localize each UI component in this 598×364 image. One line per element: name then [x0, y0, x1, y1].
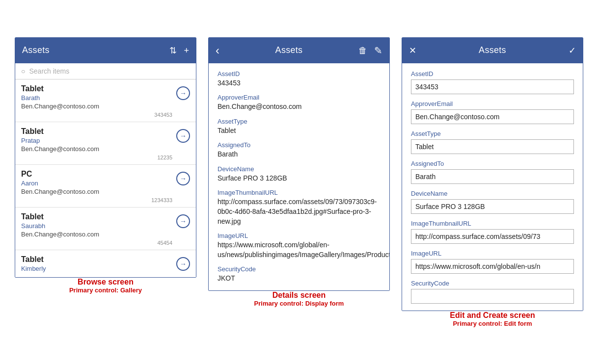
- field-label: AssignedTo: [217, 141, 381, 149]
- edit-caption-title: Edit and Create screen: [402, 311, 583, 320]
- list-item-person: Barath: [21, 94, 172, 102]
- list-item-person: Pratap: [21, 137, 172, 144]
- arrow-circle-icon[interactable]: →: [176, 172, 190, 185]
- list-item[interactable]: Tablet Barath Ben.Change@contoso.com 343…: [15, 79, 196, 122]
- details-screen: ‹ Assets 🗑 ✎ AssetID343453ApproverEmailB…: [208, 37, 390, 308]
- list-item-person: Saurabh: [21, 222, 172, 230]
- field-label: AssetID: [217, 70, 381, 78]
- list-item[interactable]: Tablet Kimberly →: [15, 250, 196, 277]
- details-caption: Details screen Primary control: Display …: [208, 291, 390, 307]
- edit-screen: ✕ Assets ✓ AssetIDApproverEmailAssetType…: [402, 37, 583, 327]
- browse-screen: Assets ⇅ + ○ Search items Tablet Barath …: [15, 37, 196, 294]
- close-icon[interactable]: ✕: [409, 46, 416, 55]
- arrow-circle-icon[interactable]: →: [176, 129, 190, 143]
- field-value: https://www.microsoft.com/global/en-us/n…: [217, 240, 381, 260]
- list-item-email: Ben.Change@contoso.com: [21, 103, 172, 110]
- details-title: Assets: [275, 45, 303, 55]
- list-item-right: →: [172, 84, 190, 100]
- field-label: ImageThumbnailURL: [217, 189, 381, 196]
- field-label: AssetType: [217, 118, 381, 125]
- list-item-content: Tablet Saurabh Ben.Change@contoso.com 45…: [21, 212, 172, 246]
- list-item-id: 343453: [21, 112, 172, 118]
- search-bar[interactable]: ○ Search items: [15, 63, 196, 79]
- list-item-email: Ben.Change@contoso.com: [21, 188, 172, 195]
- list-item-title: Tablet: [21, 212, 172, 221]
- list-item-email: Ben.Change@contoso.com: [21, 145, 172, 153]
- list-item-content: PC Aaron Ben.Change@contoso.com 1234333: [21, 170, 172, 203]
- list-item[interactable]: PC Aaron Ben.Change@contoso.com 1234333 …: [15, 165, 196, 208]
- check-icon[interactable]: ✓: [569, 46, 576, 55]
- list-item-email: Ben.Change@contoso.com: [21, 231, 172, 238]
- list-item-right: →: [172, 170, 190, 185]
- edit-caption-sub: Primary control: Edit form: [402, 320, 583, 327]
- delete-icon[interactable]: 🗑: [358, 46, 367, 55]
- browse-list: Tablet Barath Ben.Change@contoso.com 343…: [15, 79, 196, 277]
- edit-field-input[interactable]: [411, 199, 574, 214]
- edit-field-input[interactable]: [411, 79, 574, 94]
- field-label: ImageURL: [217, 232, 381, 239]
- field-value: Tablet: [217, 126, 381, 136]
- edit-field-label: ApproverEmail: [411, 100, 574, 107]
- edit-field-input[interactable]: [411, 259, 574, 274]
- edit-field-input[interactable]: [411, 229, 574, 244]
- edit-field-label: AssignedTo: [411, 160, 574, 167]
- edit-field-input[interactable]: [411, 289, 574, 304]
- field-value: Ben.Change@contoso.com: [217, 102, 381, 112]
- edit-body: AssetIDApproverEmailAssetTypeAssignedToD…: [402, 63, 583, 311]
- edit-caption: Edit and Create screen Primary control: …: [402, 311, 583, 327]
- details-caption-title: Details screen: [208, 291, 390, 300]
- list-item[interactable]: Tablet Pratap Ben.Change@contoso.com 122…: [15, 122, 196, 165]
- list-item-right: →: [172, 127, 190, 143]
- field-value: Barath: [217, 150, 381, 159]
- edit-title: Assets: [479, 45, 506, 55]
- list-item-id: 45454: [21, 240, 172, 246]
- details-caption-sub: Primary control: Display form: [208, 300, 390, 307]
- arrow-circle-icon[interactable]: →: [176, 257, 190, 271]
- field-value: JKOT: [217, 274, 381, 284]
- edit-field-label: ImageThumbnailURL: [411, 220, 574, 227]
- field-value: http://compass.surface.com/assets/09/73/…: [217, 197, 381, 226]
- list-item-id: 1234333: [21, 197, 172, 203]
- list-item-content: Tablet Barath Ben.Change@contoso.com 343…: [21, 84, 172, 118]
- list-item-id: 12235: [21, 155, 172, 160]
- edit-field-label: SecurityCode: [411, 280, 574, 287]
- browse-caption-sub: Primary control: Gallery: [15, 286, 196, 294]
- search-placeholder: Search items: [29, 67, 69, 75]
- list-item-content: Tablet Kimberly: [21, 255, 172, 273]
- list-item-right: →: [172, 255, 190, 271]
- field-label: SecurityCode: [217, 265, 381, 273]
- edit-field-input[interactable]: [411, 109, 574, 124]
- list-item-title: Tablet: [21, 127, 172, 136]
- field-value: 343453: [217, 78, 381, 88]
- arrow-circle-icon[interactable]: →: [176, 86, 190, 100]
- edit-icon[interactable]: ✎: [374, 46, 382, 55]
- search-icon: ○: [21, 67, 25, 75]
- field-label: ApproverEmail: [217, 94, 381, 101]
- list-item-person: Kimberly: [21, 265, 172, 272]
- list-item-title: Tablet: [21, 255, 172, 264]
- edit-field-label: AssetType: [411, 130, 574, 137]
- sort-icon[interactable]: ⇅: [169, 46, 177, 55]
- browse-caption: Browse screen Primary control: Gallery: [15, 278, 196, 294]
- list-item[interactable]: Tablet Saurabh Ben.Change@contoso.com 45…: [15, 208, 196, 250]
- field-value: Surface PRO 3 128GB: [217, 174, 381, 183]
- browse-header: Assets ⇅ +: [15, 38, 196, 63]
- add-icon[interactable]: +: [184, 46, 189, 55]
- list-item-title: Tablet: [21, 84, 172, 93]
- details-body: AssetID343453ApproverEmailBen.Change@con…: [209, 63, 389, 291]
- list-item-content: Tablet Pratap Ben.Change@contoso.com 122…: [21, 127, 172, 160]
- arrow-circle-icon[interactable]: →: [176, 214, 190, 228]
- browse-title: Assets: [22, 45, 50, 55]
- browse-caption-title: Browse screen: [15, 278, 196, 286]
- edit-field-label: ImageURL: [411, 250, 574, 257]
- edit-field-label: DeviceName: [411, 190, 574, 197]
- field-label: DeviceName: [217, 165, 381, 173]
- edit-field-input[interactable]: [411, 169, 574, 184]
- edit-field-input[interactable]: [411, 139, 574, 154]
- details-header: ‹ Assets 🗑 ✎: [209, 38, 389, 63]
- edit-header: ✕ Assets ✓: [402, 38, 583, 63]
- list-item-title: PC: [21, 170, 172, 179]
- back-icon[interactable]: ‹: [216, 45, 219, 56]
- edit-field-label: AssetID: [411, 70, 574, 78]
- list-item-person: Aaron: [21, 180, 172, 187]
